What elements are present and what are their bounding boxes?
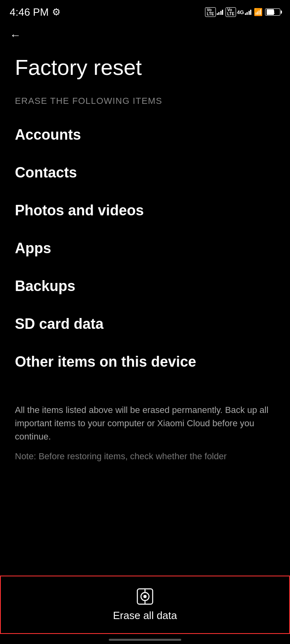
time-text: 4:46 PM <box>10 6 49 19</box>
list-item-contacts: Contacts <box>0 154 290 192</box>
back-button[interactable]: ← <box>0 23 290 45</box>
home-indicator <box>0 634 290 644</box>
list-item-apps: Apps <box>0 229 290 267</box>
page-title: Factory reset <box>0 45 290 86</box>
status-time: 4:46 PM ⚙ <box>10 6 61 19</box>
wifi-icon: 📶 <box>254 8 263 17</box>
status-icons: VoLTE VoLTE 4G 📶 61 <box>205 7 280 17</box>
battery-indicator: 61 <box>265 8 280 16</box>
bottom-bar: Erase all data <box>0 576 290 644</box>
settings-icon: ⚙ <box>52 6 61 18</box>
signal-block-1: VoLTE <box>205 7 223 17</box>
section-header: ERASE THE FOLLOWING ITEMS <box>0 86 290 109</box>
list-item-sd-card: SD card data <box>0 305 290 343</box>
network-4g: 4G <box>237 9 244 15</box>
list-item-other-items: Other items on this device <box>0 343 290 381</box>
back-arrow-icon[interactable]: ← <box>10 29 21 41</box>
home-bar <box>109 639 181 641</box>
items-list: Accounts Contacts Photos and videos Apps… <box>0 109 290 387</box>
warning-section: All the items listed above will be erase… <box>0 387 290 471</box>
battery-text: 61 <box>270 10 275 14</box>
status-bar: 4:46 PM ⚙ VoLTE VoLTE 4G 📶 <box>0 0 290 23</box>
volte-badge-2: VoLTE <box>226 7 236 17</box>
signal-bars-2 <box>245 9 252 15</box>
volte-badge-1: VoLTE <box>205 7 215 17</box>
signal-block-2: VoLTE 4G <box>226 7 251 17</box>
signal-bars-1 <box>217 9 224 15</box>
list-item-accounts: Accounts <box>0 116 290 154</box>
list-item-backups: Backups <box>0 267 290 305</box>
erase-icon <box>136 588 154 605</box>
list-item-photos-videos: Photos and videos <box>0 192 290 229</box>
erase-button-label: Erase all data <box>113 609 177 622</box>
warning-main-text: All the items listed above will be erase… <box>15 403 275 443</box>
erase-all-data-button[interactable]: Erase all data <box>0 576 290 634</box>
warning-note-text: Note: Before restoring items, check whet… <box>15 450 275 463</box>
svg-point-2 <box>143 595 147 598</box>
